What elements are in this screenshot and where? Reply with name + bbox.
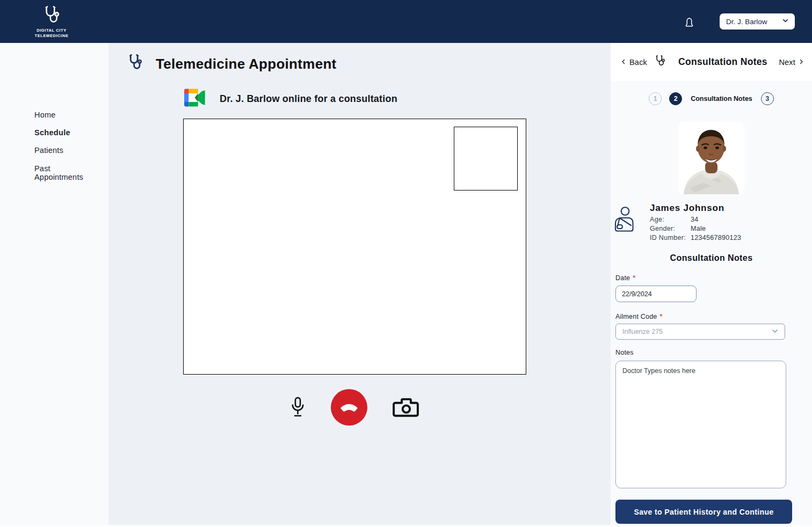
injured-patient-icon: [613, 206, 635, 241]
step-1[interactable]: 1: [649, 92, 662, 105]
back-button[interactable]: Back: [620, 58, 647, 67]
chevron-down-icon: [771, 327, 779, 337]
notifications-bell-icon[interactable]: [683, 14, 696, 29]
step-3[interactable]: 3: [761, 92, 774, 105]
chevron-left-icon: [620, 58, 627, 67]
gender-value: Male: [691, 225, 741, 232]
patient-name: James Johnson: [650, 203, 741, 214]
sidebar-item-schedule[interactable]: Schedule: [34, 129, 98, 137]
brand-name-line2: TELEMEDICINE: [34, 33, 68, 39]
notes-label: Notes: [615, 349, 634, 356]
next-button[interactable]: Next: [779, 58, 804, 67]
user-menu-label: Dr. J. Barlow: [726, 18, 767, 26]
section-title: Consultation Notes: [611, 253, 812, 263]
page-bottom-strip: [0, 525, 812, 527]
consultation-form: Date * Ailment Code * Influenze 275: [611, 274, 812, 524]
stethoscope-icon: [40, 4, 63, 27]
app-window: DIGITAL CITY TELEMEDICINE Dr. J. Barlow …: [0, 0, 812, 527]
save-to-history-button[interactable]: Save to Patient History and Continue: [615, 500, 792, 524]
sidebar-item-home[interactable]: Home: [34, 111, 98, 120]
patient-photo: [678, 122, 744, 194]
panel-header: Back Consultation Notes Next: [611, 43, 812, 81]
date-label: Date: [615, 274, 630, 282]
id-label: ID Number:: [650, 234, 691, 241]
self-view-window: [454, 127, 518, 191]
back-label: Back: [629, 58, 647, 67]
chevron-down-icon: [781, 17, 789, 26]
age-value: 34: [691, 216, 741, 223]
stethoscope-icon: [653, 53, 667, 71]
notes-textarea[interactable]: Doctor Types notes here: [615, 361, 786, 488]
left-sidebar: Home Schedule Patients Past Appointments: [0, 43, 108, 525]
required-marker: *: [659, 313, 662, 320]
sidebar-item-patients[interactable]: Patients: [34, 147, 98, 155]
progress-stepper: 1 2 Consultation Notes 3: [611, 92, 812, 105]
brand-name-line1: DIGITAL CITY: [37, 28, 67, 33]
ailment-code-label: Ailment Code: [615, 313, 657, 320]
step-2-label: Consultation Notes: [691, 95, 752, 103]
age-label: Age:: [650, 216, 691, 223]
main-content: Telemedicine Appointment: [108, 43, 611, 525]
video-call-area: [183, 119, 526, 375]
end-call-button[interactable]: [331, 389, 367, 426]
id-value: 1234567890123: [691, 234, 741, 241]
stethoscope-icon: [125, 52, 145, 76]
consultation-status-text: Dr. J. Barlow online for a consultation: [220, 93, 397, 105]
user-menu-dropdown[interactable]: Dr. J. Barlow: [720, 13, 795, 30]
gender-label: Gender:: [650, 225, 691, 232]
next-label: Next: [779, 58, 795, 67]
ailment-code-value: Influenze 275: [622, 328, 663, 335]
google-meet-icon: [184, 89, 206, 109]
step-2[interactable]: 2: [669, 92, 682, 105]
consultation-notes-panel: Back Consultation Notes Next: [611, 43, 812, 525]
microphone-button[interactable]: [289, 394, 307, 420]
top-navbar: DIGITAL CITY TELEMEDICINE Dr. J. Barlow: [0, 0, 812, 43]
panel-title: Consultation Notes: [678, 56, 767, 68]
call-controls: [183, 389, 526, 426]
camera-button[interactable]: [392, 394, 421, 420]
sidebar-item-past-appointments[interactable]: Past Appointments: [34, 164, 98, 182]
phone-hangup-icon: [337, 399, 361, 416]
date-input[interactable]: [615, 286, 697, 302]
chevron-right-icon: [798, 58, 804, 67]
required-marker: *: [633, 274, 635, 282]
ailment-code-select[interactable]: Influenze 275: [615, 324, 785, 340]
page-title: Telemedicine Appointment: [156, 56, 337, 72]
patient-summary: James Johnson Age: 34 Gender: Male ID Nu…: [613, 203, 812, 241]
brand-logo: DIGITAL CITY TELEMEDICINE: [26, 4, 77, 39]
